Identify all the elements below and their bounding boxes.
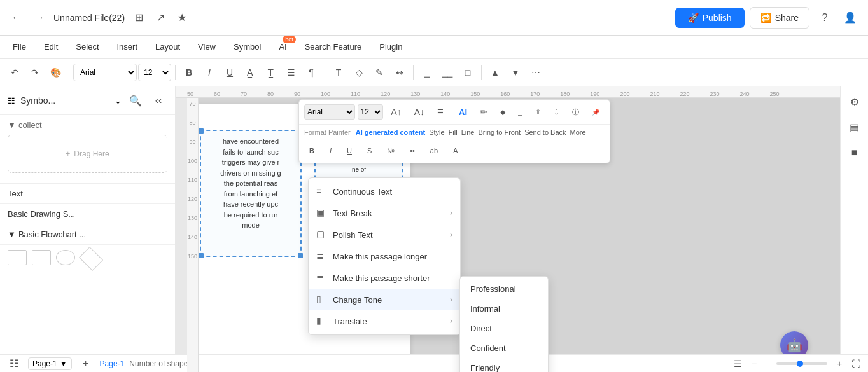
search-icon[interactable]: 🔍 xyxy=(127,92,144,109)
menu-insert[interactable]: Insert xyxy=(109,39,146,54)
canvas-bg[interactable]: 70 80 90 100 110 120 130 140 150 xyxy=(187,98,840,372)
float-size-select[interactable]: 12 xyxy=(358,104,384,120)
italic-icon[interactable]: I xyxy=(200,63,219,82)
list-unordered-float-btn[interactable]: •• xyxy=(405,142,420,159)
publish-button[interactable]: 🚀 Publish xyxy=(675,8,745,28)
back-icon[interactable]: ← xyxy=(8,9,25,27)
menu-layout[interactable]: Layout xyxy=(148,39,188,54)
shape-rect-2[interactable] xyxy=(32,250,51,265)
ai-generated-icon[interactable]: AI xyxy=(454,104,472,120)
handle-tl[interactable] xyxy=(199,128,204,134)
float-line-icon[interactable]: ⎯ xyxy=(513,104,528,120)
font-increase-icon[interactable]: A↑ xyxy=(386,104,406,120)
menu-edit[interactable]: Edit xyxy=(36,39,66,54)
ctx-change-tone[interactable]: ▯ Change Tone › xyxy=(309,289,460,310)
bold-icon[interactable]: B xyxy=(179,63,199,82)
bring-front-icon[interactable]: ▲ xyxy=(486,63,505,82)
list-ordered-float-btn[interactable]: № xyxy=(382,142,400,159)
properties-icon[interactable]: ⚙ xyxy=(844,92,865,112)
drag-area[interactable]: + Drag Here xyxy=(8,135,167,173)
handle-br[interactable] xyxy=(298,253,303,258)
menu-symbol[interactable]: Symbol xyxy=(226,39,269,54)
float-fill-icon[interactable]: ◆ xyxy=(495,104,510,120)
sub-professional[interactable]: Professional xyxy=(460,279,548,299)
text-selection-box[interactable]: have encounteredfails to launch suctrigg… xyxy=(200,130,302,257)
underline-icon[interactable]: U xyxy=(220,63,239,82)
ctx-text-break[interactable]: ▣ Text Break › xyxy=(309,202,460,224)
float-font-select[interactable]: Arial xyxy=(304,104,355,120)
float-pin-icon[interactable]: 📌 xyxy=(587,104,605,120)
sub-direct[interactable]: Direct xyxy=(460,319,548,338)
menu-select[interactable]: Select xyxy=(68,39,106,54)
collect-label[interactable]: ▼ collect xyxy=(8,120,167,130)
sidebar-item-text[interactable]: Text xyxy=(0,184,175,204)
page-link[interactable]: Page-1 xyxy=(100,359,125,368)
ctx-continuous-text[interactable]: ≡ Continuous Text xyxy=(309,181,460,202)
collapse-icon[interactable]: ‹‹ xyxy=(150,92,167,109)
text-style-icon[interactable]: T̲ xyxy=(261,63,280,82)
strikethrough-float-btn[interactable]: S xyxy=(362,142,377,159)
italic-float-btn[interactable]: I xyxy=(325,142,337,159)
components-icon[interactable]: ■ xyxy=(844,142,865,163)
menu-ai[interactable]: AI hot xyxy=(271,39,294,54)
border-icon[interactable]: □ xyxy=(458,63,477,82)
menu-view[interactable]: View xyxy=(190,39,223,54)
export-icon[interactable]: ↗ xyxy=(151,9,169,27)
undo-icon[interactable]: ↶ xyxy=(5,63,24,82)
sub-friendly[interactable]: Friendly xyxy=(460,358,548,372)
font-select[interactable]: Arial xyxy=(73,64,137,81)
sub-informal[interactable]: Informal xyxy=(460,299,548,319)
page-settings-icon[interactable]: ☷ xyxy=(5,355,23,373)
page-selector[interactable]: Page-1 ▼ xyxy=(28,357,72,370)
font-color-icon[interactable]: A̲ xyxy=(241,63,260,82)
grid-icon[interactable]: ⊞ xyxy=(130,9,148,27)
star-icon[interactable]: ★ xyxy=(173,9,191,27)
text-box-icon[interactable]: T xyxy=(329,63,348,82)
shape-rect[interactable] xyxy=(8,250,27,265)
font-decrease-icon[interactable]: A↓ xyxy=(409,104,430,120)
paragraph-icon[interactable]: ¶ xyxy=(302,63,321,82)
pen-icon[interactable]: ✎ xyxy=(370,63,389,82)
settings-bottom-icon[interactable]: ☰ xyxy=(731,357,745,371)
format-paint-icon[interactable]: 🎨 xyxy=(46,63,65,82)
ctx-make-shorter[interactable]: ≣ Make this passage shorter xyxy=(309,267,460,289)
zoom-in-icon[interactable]: + xyxy=(832,357,846,371)
align-icon[interactable]: ☰ xyxy=(281,63,300,82)
font-size-select[interactable]: 12 xyxy=(138,64,171,81)
sidebar-item-basic-flowchart[interactable]: ▼ Basic Flowchart ... xyxy=(0,224,175,245)
zoom-out-icon[interactable]: − xyxy=(747,357,761,371)
zoom-slider-handle[interactable] xyxy=(797,361,803,367)
shape-diamond-2[interactable] xyxy=(79,247,103,271)
more-icon[interactable]: ⋯ xyxy=(526,63,545,82)
underline-float-btn[interactable]: U xyxy=(342,142,357,159)
line-style-icon[interactable]: ⎯ xyxy=(417,63,437,82)
line-spacing-icon[interactable]: ☰ xyxy=(432,104,449,120)
sub-confident[interactable]: Confident xyxy=(460,338,548,358)
menu-plugin[interactable]: Plugin xyxy=(372,39,410,54)
user-avatar[interactable]: 👤 xyxy=(840,8,860,28)
fullscreen-icon[interactable]: ⛶ xyxy=(849,357,863,371)
handle-bl[interactable] xyxy=(199,253,204,258)
menu-file[interactable]: File xyxy=(5,39,34,54)
layers-icon[interactable]: ▤ xyxy=(844,117,865,137)
shape-icon[interactable]: ◇ xyxy=(349,63,368,82)
menu-search-feature[interactable]: Search Feature xyxy=(297,39,370,54)
line-width-icon[interactable]: ⎯⎯ xyxy=(438,63,457,82)
connector-icon[interactable]: ↭ xyxy=(390,63,409,82)
bold-float-btn[interactable]: B xyxy=(304,142,319,159)
float-send-back-icon[interactable]: ⇩ xyxy=(549,104,564,120)
sidebar-item-basic-drawing[interactable]: Basic Drawing S... xyxy=(0,204,175,224)
ctx-make-longer[interactable]: ≣ Make this passage longer xyxy=(309,245,460,267)
ctx-polish-text[interactable]: ▢ Polish Text › xyxy=(309,224,460,245)
float-bring-front-icon[interactable]: ⇧ xyxy=(530,104,546,120)
float-info-icon[interactable]: ⓘ xyxy=(567,104,584,120)
shape-diamond[interactable] xyxy=(56,250,75,265)
highlight-float-btn[interactable]: ab xyxy=(425,142,443,159)
font-color-float-btn[interactable]: A̲ xyxy=(448,142,463,159)
float-style-icon[interactable]: ✏ xyxy=(475,104,493,120)
ctx-translate[interactable]: ▮ Translate › xyxy=(309,310,460,332)
redo-icon[interactable]: ↷ xyxy=(25,63,45,82)
help-icon[interactable]: ? xyxy=(815,8,835,28)
send-back-icon[interactable]: ▼ xyxy=(506,63,525,82)
share-button[interactable]: 🔁 Share xyxy=(750,7,809,29)
